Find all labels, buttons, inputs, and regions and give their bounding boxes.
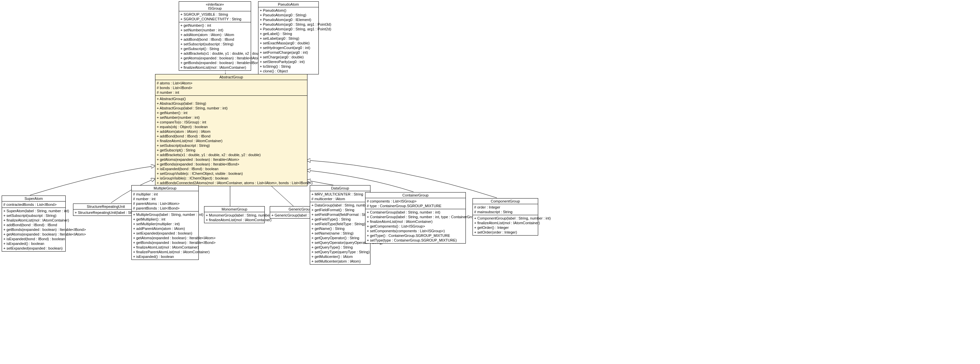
member-row: + setStereoParity(arg0 : int) bbox=[260, 59, 317, 64]
class-name: PseudoAtom bbox=[258, 2, 318, 7]
member-row: + getBonds(expanded : boolean) : Iterabl… bbox=[3, 227, 64, 232]
member-row: + getQueryType() : String bbox=[312, 245, 369, 249]
member-row: + setHydrogenCount(arg0 : int) bbox=[260, 45, 317, 50]
member-row: + isExpanded() : boolean bbox=[3, 241, 64, 246]
member-row: + DataGroup(label : String, number : int… bbox=[312, 203, 369, 208]
member-row: + finalizeAtomList(mol : IAtomContainer) bbox=[133, 245, 197, 249]
ops: + DataGroup(label : String, number : int… bbox=[310, 202, 370, 264]
member-row: + finalizeAtomList(mol : IAtomContainer) bbox=[474, 220, 536, 225]
stereotype: «interface» bbox=[180, 2, 250, 6]
member-row: + equals(obj : Object) : boolean bbox=[157, 125, 306, 129]
member-row: + getNumber() : int bbox=[180, 23, 250, 28]
member-row: + getMulticenter() : IAtom bbox=[312, 254, 369, 259]
member-row: + ContainerGroup(label : String, number … bbox=[367, 210, 464, 214]
class-datagroup: DataGroup + MRV_MULTICENTER : String# mu… bbox=[310, 185, 371, 265]
member-row: + addBondsConnected2Atoms(mol : IAtomCon… bbox=[157, 180, 306, 185]
member-row: + setMulticenter(atom : IAtom) bbox=[312, 259, 369, 263]
member-row: + SGROUP_CONNECTIVITY : String bbox=[180, 17, 250, 21]
class-name: ISGroup bbox=[180, 6, 250, 10]
member-row: + setExpanded(expanded : boolean) bbox=[133, 231, 197, 236]
member-row: + setSubscript(subscript : String) bbox=[157, 143, 306, 148]
member-row: + getFieldFormat() : String bbox=[312, 208, 369, 212]
member-row: + addBond(bond : IBond) : IBond bbox=[3, 222, 64, 227]
member-row: + getMultiplier() : int bbox=[133, 217, 197, 222]
member-row: + addBond(bond : IBond) : IBond bbox=[180, 37, 250, 42]
member-row: + isExpanded(bond : IBond) : boolean bbox=[3, 236, 64, 241]
member-row: + finalizeParentAtomList(mol : IAtomCont… bbox=[133, 249, 197, 254]
class-superatom: SuperAtom # contractedBonds : List<IBond… bbox=[2, 195, 66, 252]
member-row: # type : ContainerGroup.SGROUP_MIXTURE bbox=[367, 204, 464, 208]
member-row: # order : Integer bbox=[474, 205, 536, 209]
member-row: + getNumber() : int bbox=[157, 110, 306, 115]
member-row: + setExpanded(expanded : boolean) bbox=[3, 246, 64, 251]
member-row: + finalizeAtomList(mol : IAtomContainer) bbox=[367, 219, 464, 224]
member-row: + getBonds(expanded : boolean) : Iterabl… bbox=[133, 240, 197, 245]
member-row: + addAtom(atom : IAtom) : IAtom bbox=[157, 129, 306, 134]
class-monomergroup: MonomerGroup + MonomerGroup(label : Stri… bbox=[204, 206, 265, 223]
member-row: + StructureRepeatingUnit(label : String,… bbox=[75, 210, 137, 215]
member-row: + getAtoms(expanded : boolean) : Iterabl… bbox=[133, 236, 197, 240]
member-row: + clone() : Object bbox=[260, 69, 317, 73]
member-row: + setQueryOperator(queryOperator : Strin… bbox=[312, 240, 369, 245]
member-row: + PseudoAtom() bbox=[260, 8, 317, 13]
member-row: + setGroupVisible(c : IChemObject, visib… bbox=[157, 171, 306, 176]
member-row: + addParentAtom(atom : IAtom) bbox=[133, 226, 197, 231]
class-name: DataGroup bbox=[310, 185, 370, 191]
member-row: # components : List<ISGroup> bbox=[367, 199, 464, 204]
member-row: + setFieldFormat(fieldFormat : String) bbox=[312, 212, 369, 217]
class-name: SuperAtom bbox=[2, 196, 65, 201]
member-row: + setQueryType(queryType : String) bbox=[312, 249, 369, 254]
member-row: + SGROUP_VISIBLE : String bbox=[180, 12, 250, 17]
member-row: + addBond(bond : IBond) : IBond bbox=[157, 134, 306, 139]
attrs: + MRV_MULTICENTER : String# multicenter … bbox=[310, 191, 370, 202]
attrs: # order : Integer# mainsubscript : Strin… bbox=[473, 204, 538, 215]
member-row: + getOrder() : Integer bbox=[474, 225, 536, 230]
attrs: # contractedBonds : List<IBond> bbox=[2, 201, 65, 208]
member-row: + getFieldType() : String bbox=[312, 217, 369, 222]
member-row: + AbstractGroup() bbox=[157, 96, 306, 101]
ops: + MultipleGroup(label : String, number :… bbox=[132, 212, 199, 260]
class-name: MultipleGroup bbox=[132, 185, 199, 191]
member-row: + setLabel(arg0 : String) bbox=[260, 36, 317, 41]
relationship-lines bbox=[0, 0, 980, 364]
class-sru: StructureRepeatingUnit + StructureRepeat… bbox=[73, 204, 139, 216]
attrs: # multiplier : int# number : int# parent… bbox=[132, 191, 199, 212]
member-row: + setCharge(arg0 : double) bbox=[260, 55, 317, 59]
class-name: ContainerGroup bbox=[366, 193, 466, 198]
member-row: # multiplier : int bbox=[133, 192, 197, 196]
member-row: + MultipleGroup(label : String, number :… bbox=[133, 212, 197, 217]
ops: + AbstractGroup()+ AbstractGroup(label :… bbox=[155, 96, 307, 186]
member-row: + getQueryOperator() : String bbox=[312, 236, 369, 240]
member-row: + setFieldType(fieldType : String) bbox=[312, 222, 369, 226]
class-name: ComponentGroup bbox=[473, 198, 538, 204]
class-containergroup: ContainerGroup # components : List<ISGro… bbox=[365, 192, 466, 244]
member-row: + setMultiplier(multiplier : int) bbox=[133, 222, 197, 226]
member-row: + getName() : String bbox=[312, 226, 369, 231]
member-row: + getBonds(expanded : boolean) : Iterabl… bbox=[180, 61, 250, 65]
class-name: StructureRepeatingUnit bbox=[73, 204, 138, 209]
attrs: + SGROUP_VISIBLE : String+ SGROUP_CONNEC… bbox=[179, 11, 251, 22]
class-componentgroup: ComponentGroup # order : Integer# mainsu… bbox=[473, 198, 538, 236]
member-row: + setNumber(number : int) bbox=[157, 115, 306, 120]
member-row: + setFormalCharge(arg0 : int) bbox=[260, 50, 317, 55]
ops: + PseudoAtom()+ PseudoAtom(arg0 : String… bbox=[258, 7, 318, 74]
member-row: + setOrder(order : Integer) bbox=[474, 230, 536, 235]
member-row: # bonds : List<IBond> bbox=[157, 85, 306, 90]
member-row: + getComponents() : List<ISGroup> bbox=[367, 224, 464, 228]
ops: + getNumber() : int+ setNumber(number : … bbox=[179, 22, 251, 70]
member-row: + addBrackets(x1 : double, y1 : double, … bbox=[180, 51, 250, 56]
member-row: + getAtoms(expanded : boolean) : Iterabl… bbox=[157, 157, 306, 162]
class-pseudoatom: PseudoAtom + PseudoAtom()+ PseudoAtom(ar… bbox=[258, 2, 319, 74]
member-row: + toString() : String bbox=[260, 64, 317, 69]
member-row: # mainsubscript : String bbox=[474, 209, 536, 214]
member-row: # atoms : List<IAtom> bbox=[157, 81, 306, 85]
member-row: + isExpanded(bond : IBond) : boolean bbox=[157, 166, 306, 171]
member-row: + setNumber(number : int) bbox=[180, 28, 250, 32]
member-row: + getAtoms(expanded : boolean) : Iterabl… bbox=[180, 56, 250, 61]
member-row: + isExpanded() : boolean bbox=[133, 254, 197, 259]
member-row: + ContainerGroup(label : String, number … bbox=[367, 214, 464, 219]
member-row: + setType(type : ContainerGroup.SGROUP_M… bbox=[367, 238, 464, 243]
class-multiplegroup: MultipleGroup # multiplier : int# number… bbox=[131, 185, 199, 260]
member-row: + MRV_MULTICENTER : String bbox=[312, 192, 369, 196]
member-row: + setComponents(components : List<ISGrou… bbox=[367, 228, 464, 233]
